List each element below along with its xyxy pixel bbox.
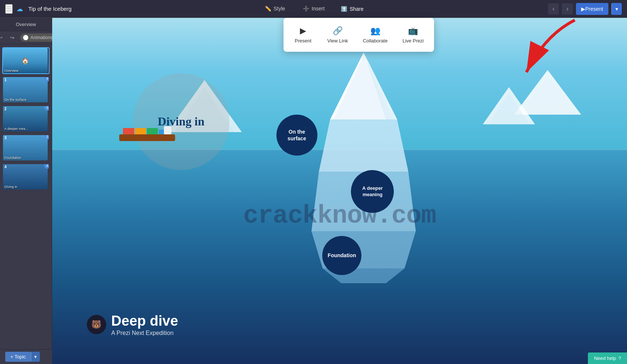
slide-2-badge: 3: [44, 105, 50, 111]
insert-icon: ➕: [303, 6, 309, 12]
svg-marker-9: [319, 119, 408, 172]
deep-dive-text: Deep dive A Prezi Next Expedition: [111, 313, 178, 336]
redo-button[interactable]: ↪: [8, 34, 16, 41]
share-viewlink-option[interactable]: 🔗 View Link: [320, 22, 355, 48]
document-title: Tip of the Iceberg: [28, 6, 72, 12]
slide-2-thumb: 2 A deeper mea...: [3, 106, 48, 131]
play-icon: ▶: [581, 6, 585, 12]
share-present-option[interactable]: ▶ Present: [286, 22, 320, 48]
topbar-right: ‹ › ▶ Present ▾: [548, 3, 627, 15]
slide-1-thumb: 1 On the surface: [3, 77, 48, 102]
share-tab[interactable]: ⬆️ Share: [333, 3, 371, 15]
style-icon: ✏️: [265, 6, 271, 12]
present-option-icon: ▶: [300, 26, 306, 36]
slide-list: 🏠 Overview 1 On the surface 4 2 A deeper…: [0, 44, 52, 364]
topbar-left: ☰ ☁ Tip of the Iceberg: [0, 4, 77, 14]
main-layout: Overview ↩ ↪ Animations 🏠 Overview 1: [0, 18, 627, 364]
collaborate-option-icon: 👥: [370, 26, 380, 36]
topic-dropdown-button[interactable]: ▾: [31, 352, 40, 362]
svg-rect-16: [135, 128, 146, 134]
animations-toggle[interactable]: Animations: [20, 33, 56, 42]
slide-overview[interactable]: 🏠 Overview: [2, 47, 50, 74]
watermark-text: crackknow.com: [243, 201, 436, 230]
help-icon: ?: [618, 355, 621, 361]
bubble-surface[interactable]: On the surface: [276, 115, 317, 156]
deep-dive-subtitle: A Prezi Next Expedition: [111, 330, 178, 336]
svg-rect-17: [147, 128, 158, 134]
slide-item-2[interactable]: 2 A deeper mea... 3: [2, 105, 50, 132]
slide-item-4[interactable]: 4 Diving in 4: [2, 163, 50, 190]
share-liveprezi-option[interactable]: 📺 Live Prezi: [395, 22, 431, 48]
svg-rect-19: [164, 126, 171, 134]
sidebar-toolbar: ↩ ↪ Animations: [0, 31, 52, 44]
viewlink-option-icon: 🔗: [333, 26, 343, 36]
cloud-icon: ☁: [16, 5, 23, 13]
style-tab[interactable]: ✏️ Style: [256, 3, 294, 15]
hamburger-button[interactable]: ☰: [5, 4, 13, 14]
insert-tab[interactable]: ➕ Insert: [294, 3, 333, 15]
topbar: ☰ ☁ Tip of the Iceberg ✏️ Style ➕ Insert…: [0, 0, 627, 18]
undo-button[interactable]: ↩: [0, 34, 4, 41]
need-help-button[interactable]: Need help ?: [588, 352, 627, 364]
toggle-ball: [23, 35, 28, 40]
next-button[interactable]: ›: [562, 3, 573, 15]
present-button[interactable]: ▶ Present: [576, 3, 608, 15]
diving-in-circle: Diving in: [133, 73, 229, 170]
deep-dive-box: 🐻 Deep dive A Prezi Next Expedition: [87, 313, 178, 336]
iceberg-svg: [304, 52, 423, 283]
iceberg-main: [304, 52, 423, 285]
slide-4-badge: 4: [44, 163, 50, 169]
bear-logo: 🐻: [87, 315, 106, 334]
sidebar: Overview ↩ ↪ Animations 🏠 Overview 1: [0, 18, 52, 364]
liveprezi-option-icon: 📺: [408, 26, 418, 36]
present-dropdown-button[interactable]: ▾: [611, 3, 622, 15]
prev-button[interactable]: ‹: [548, 3, 559, 15]
canvas-area[interactable]: Diving in: [52, 18, 627, 364]
share-icon: ⬆️: [341, 6, 347, 12]
sidebar-header: Overview: [0, 18, 52, 31]
slide-1-badge: 4: [44, 76, 50, 82]
ship: [115, 125, 179, 145]
add-topic-button[interactable]: + Topic: [5, 352, 31, 362]
mountain-right: [483, 87, 535, 133]
slide-4-thumb: 4 Diving in: [3, 164, 48, 189]
deep-dive-title: Deep dive: [111, 313, 178, 329]
slide-overview-thumb: 🏠 Overview: [3, 48, 48, 73]
svg-rect-14: [119, 134, 175, 141]
share-dropdown: ▶ Present 🔗 View Link 👥 Collaborate 📺 Li…: [284, 18, 434, 52]
slide-3-thumb: 3 Foundation: [3, 135, 48, 160]
topbar-center: ✏️ Style ➕ Insert ⬆️ Share: [256, 3, 371, 15]
ship-svg: [115, 125, 179, 144]
svg-rect-15: [123, 128, 134, 134]
bubble-foundation[interactable]: Foundation: [322, 236, 361, 275]
slide-item-3[interactable]: 3 Foundation 2: [2, 134, 50, 161]
slide-item-1[interactable]: 1 On the surface 4: [2, 76, 50, 103]
slide-3-badge: 2: [44, 134, 50, 140]
share-collaborate-option[interactable]: 👥 Collaborate: [355, 22, 395, 48]
